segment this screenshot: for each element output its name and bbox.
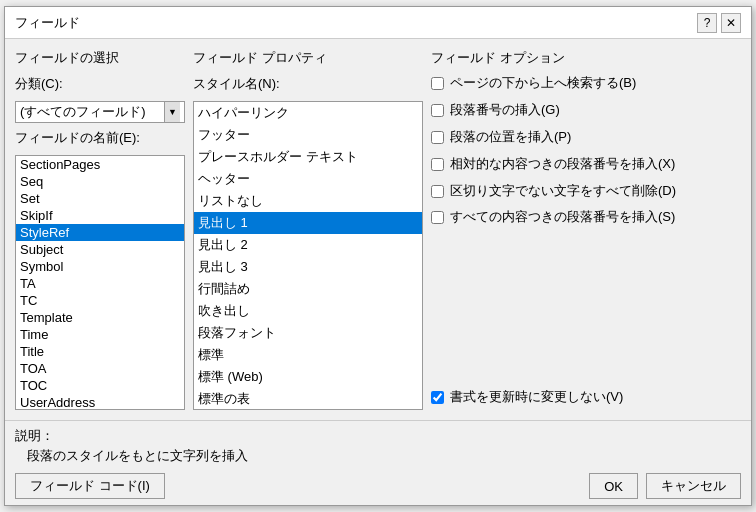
field-list-item[interactable]: TA [16,275,184,292]
field-list-item[interactable]: Set [16,190,184,207]
style-list-item[interactable]: 標準 [194,344,422,366]
footer-right-buttons: OK キャンセル [589,473,741,499]
option-row-3: 相対的な内容つきの段落番号を挿入(X) [431,156,741,173]
description-section: 説明： 段落のスタイルをもとに文字列を挿入 [15,427,741,465]
ok-button[interactable]: OK [589,473,638,499]
field-list-item[interactable]: Seq [16,173,184,190]
field-list-item[interactable]: StyleRef [16,224,184,241]
option-checkbox-0[interactable] [431,77,444,90]
category-label: 分類(C): [15,75,185,93]
title-bar-buttons: ? ✕ [697,13,741,33]
option-label-2[interactable]: 段落の位置を挿入(P) [450,129,571,146]
field-properties-label: フィールド プロパティ [193,49,423,67]
style-list-item[interactable]: ヘッター [194,168,422,190]
field-list-item[interactable]: Template [16,309,184,326]
description-title: 説明： [15,427,741,445]
left-panel: フィールドの選択 分類(C): (すべてのフィールド) ▼ フィールドの名前(E… [15,49,185,410]
field-dialog: フィールド ? ✕ フィールドの選択 分類(C): (すべてのフィールド) ▼ … [4,6,752,506]
preserve-format-checkbox[interactable] [431,391,444,404]
style-list-item[interactable]: 段落フォント [194,322,422,344]
option-checkbox-2[interactable] [431,131,444,144]
option-label-4[interactable]: 区切り文字でない文字をすべて削除(D) [450,183,676,200]
field-list-item[interactable]: Subject [16,241,184,258]
option-label-1[interactable]: 段落番号の挿入(G) [450,102,560,119]
title-bar: フィールド ? ✕ [5,7,751,39]
option-label-3[interactable]: 相対的な内容つきの段落番号を挿入(X) [450,156,675,173]
field-list-item[interactable]: Title [16,343,184,360]
description-text: 段落のスタイルをもとに文字列を挿入 [15,447,741,465]
options-spacer [431,242,741,382]
cancel-button[interactable]: キャンセル [646,473,741,499]
option-row-5: すべての内容つきの段落番号を挿入(S) [431,209,741,226]
field-options-label: フィールド オプション [431,49,741,67]
option-label-5[interactable]: すべての内容つきの段落番号を挿入(S) [450,209,675,226]
bottom-checkbox-row: 書式を更新時に変更しない(V) [431,388,741,406]
dialog-title: フィールド [15,14,80,32]
field-list-item[interactable]: TOA [16,360,184,377]
dialog-bottom: 説明： 段落のスタイルをもとに文字列を挿入 フィールド コード(I) OK キャ… [5,420,751,505]
style-list-item[interactable]: 標準の表 [194,388,422,410]
style-list-item[interactable]: 見出し 3 [194,256,422,278]
style-list[interactable]: ハイパーリンクフッタープレースホルダー テキストヘッターリストなし見出し 1見出… [193,101,423,410]
style-list-item[interactable]: 吹き出し [194,300,422,322]
right-panel: フィールド オプション ページの下から上へ検索する(B)段落番号の挿入(G)段落… [431,49,741,410]
field-code-button[interactable]: フィールド コード(I) [15,473,165,499]
option-checkbox-3[interactable] [431,158,444,171]
style-list-item[interactable]: 見出し 1 [194,212,422,234]
style-list-item[interactable]: ハイパーリンク [194,102,422,124]
option-label-0[interactable]: ページの下から上へ検索する(B) [450,75,636,92]
close-button[interactable]: ✕ [721,13,741,33]
help-button[interactable]: ? [697,13,717,33]
field-list-item[interactable]: TOC [16,377,184,394]
option-row-2: 段落の位置を挿入(P) [431,129,741,146]
style-list-item[interactable]: リストなし [194,190,422,212]
dialog-body: フィールドの選択 分類(C): (すべてのフィールド) ▼ フィールドの名前(E… [5,39,751,420]
style-list-item[interactable]: フッター [194,124,422,146]
field-list-item[interactable]: SkipIf [16,207,184,224]
category-value: (すべてのフィールド) [20,103,164,121]
field-list-item[interactable]: Time [16,326,184,343]
field-list-item[interactable]: Symbol [16,258,184,275]
middle-panel: フィールド プロパティ スタイル名(N): ハイパーリンクフッタープレースホルダ… [193,49,423,410]
style-list-item[interactable]: プレースホルダー テキスト [194,146,422,168]
dialog-footer: フィールド コード(I) OK キャンセル [15,469,741,499]
field-list-item[interactable]: SectionPages [16,156,184,173]
style-name-label: スタイル名(N): [193,75,423,93]
options-list: ページの下から上へ検索する(B)段落番号の挿入(G)段落の位置を挿入(P)相対的… [431,75,741,236]
field-list-item[interactable]: UserAddress [16,394,184,410]
option-row-1: 段落番号の挿入(G) [431,102,741,119]
option-row-0: ページの下から上へ検索する(B) [431,75,741,92]
preserve-format-label[interactable]: 書式を更新時に変更しない(V) [450,388,623,406]
field-name-label: フィールドの名前(E): [15,129,185,147]
style-list-item[interactable]: 見出し 2 [194,234,422,256]
field-list[interactable]: SectionPagesSeqSetSkipIfStyleRefSubjectS… [15,155,185,410]
combo-arrow-icon: ▼ [164,102,180,122]
option-checkbox-1[interactable] [431,104,444,117]
option-checkbox-5[interactable] [431,211,444,224]
field-selection-label: フィールドの選択 [15,49,185,67]
option-checkbox-4[interactable] [431,185,444,198]
style-list-item[interactable]: 標準 (Web) [194,366,422,388]
field-list-item[interactable]: TC [16,292,184,309]
style-list-item[interactable]: 行間詰め [194,278,422,300]
option-row-4: 区切り文字でない文字をすべて削除(D) [431,183,741,200]
category-combobox[interactable]: (すべてのフィールド) ▼ [15,101,185,123]
